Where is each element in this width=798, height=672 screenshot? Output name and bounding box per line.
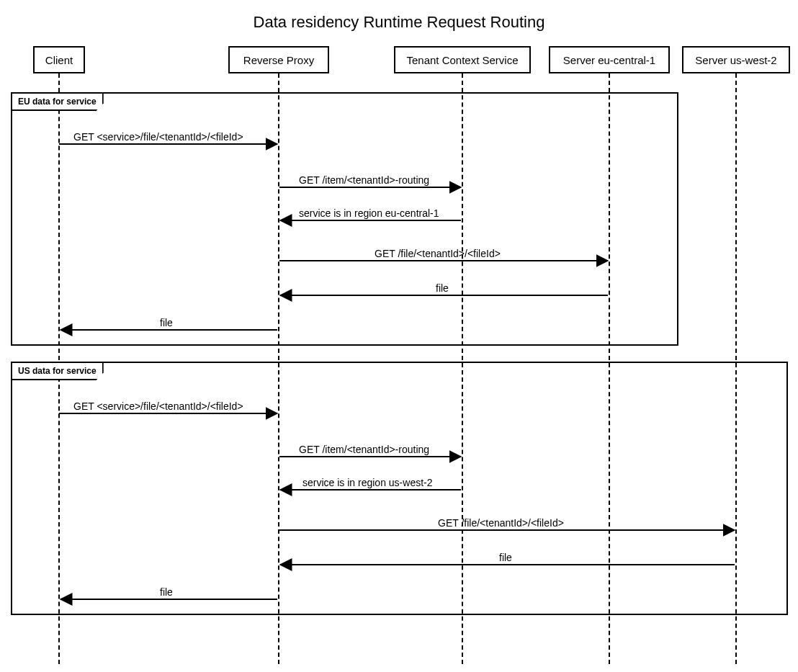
msg-proxy-eu-get: GET /file/<tenantId>/<fileId> <box>375 248 501 259</box>
msg-client-proxy-get: GET <service>/file/<tenantId>/<fileId> <box>73 131 243 143</box>
msg-client-proxy-get-us: GET <service>/file/<tenantId>/<fileId> <box>73 400 243 412</box>
msg-us-proxy-file: file <box>499 552 512 563</box>
msg-eu-proxy-file: file <box>436 282 449 294</box>
msg-proxy-us-get: GET /file/<tenantId>/<fileId> <box>438 517 564 529</box>
sequence-diagram: Data residency Runtime Request Routing C… <box>0 0 798 672</box>
msg-proxy-tcs-get-us: GET /item/<tenantId>-routing <box>299 444 429 455</box>
msg-tcs-proxy-region-us: service is in region us-west-2 <box>302 477 433 488</box>
arrows-layer <box>0 0 798 672</box>
msg-proxy-tcs-get: GET /item/<tenantId>-routing <box>299 174 429 186</box>
msg-proxy-client-file-us: file <box>160 586 173 598</box>
msg-tcs-proxy-region-eu: service is in region eu-central-1 <box>299 207 439 219</box>
msg-proxy-client-file: file <box>160 317 173 328</box>
